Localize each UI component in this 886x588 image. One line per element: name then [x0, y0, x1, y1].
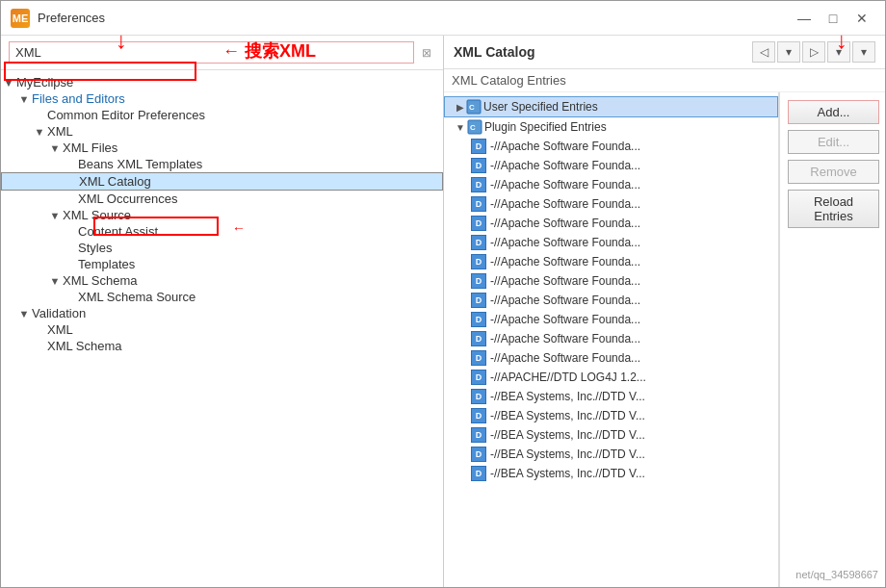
- catalog-label: -//Apache Software Founda...: [490, 140, 640, 153]
- tree-item-xml-catalog[interactable]: XML Catalog: [1, 172, 443, 191]
- tree-label: XML Source: [63, 208, 131, 222]
- maximize-button[interactable]: □: [820, 8, 847, 29]
- nav-back-button[interactable]: ◁: [752, 41, 775, 63]
- tree-expander[interactable]: ▼: [47, 210, 63, 221]
- tree-label: XML Schema Source: [78, 290, 195, 304]
- catalog-item-entry3[interactable]: D -//Apache Software Founda...: [444, 175, 778, 194]
- catalog-item-entry8[interactable]: D -//Apache Software Founda...: [444, 271, 778, 291]
- catalog-label: -//Apache Software Founda...: [490, 313, 640, 326]
- preferences-window: ME Preferences — □ ✕ ⊠ ← 搜索XML ▼: [0, 0, 886, 588]
- tree-label: Templates: [78, 257, 135, 271]
- tree-expander[interactable]: ▼: [47, 142, 63, 154]
- reload-button[interactable]: Reload Entries: [788, 190, 879, 228]
- dtd-icon: D: [471, 331, 486, 346]
- nav-forward-button[interactable]: ▷: [802, 41, 825, 63]
- catalog-buttons: Add... Edit... Remove Reload Entries: [779, 92, 885, 587]
- tree-item-xml[interactable]: ▼ XML: [1, 123, 443, 140]
- tree-label: XML: [47, 124, 73, 139]
- catalog-item-entry1[interactable]: D -//Apache Software Founda...: [444, 137, 778, 156]
- tree-label: XML Files: [63, 141, 117, 155]
- search-input[interactable]: [9, 41, 414, 64]
- catalog-item-entry7[interactable]: D -//Apache Software Founda...: [444, 252, 778, 271]
- edit-button[interactable]: Edit...: [788, 130, 879, 154]
- nav-extra-button[interactable]: ▾: [852, 41, 875, 63]
- catalog-label: -//Apache Software Founda...: [490, 351, 640, 365]
- left-tree[interactable]: ▼ MyEclipse ▼ Files and Editors Common E…: [1, 70, 443, 587]
- catalog-item-entry6[interactable]: D -//Apache Software Founda...: [444, 233, 778, 252]
- tree-label: XML Occurrences: [78, 192, 178, 206]
- dtd-icon: D: [471, 466, 486, 481]
- svg-text:C: C: [470, 123, 476, 132]
- tree-item-beans-xml[interactable]: Beans XML Templates: [1, 156, 443, 172]
- catalog-label: -//BEA Systems, Inc.//DTD V...: [490, 447, 645, 461]
- catalog-item-entry16[interactable]: D -//BEA Systems, Inc.//DTD V...: [444, 425, 778, 445]
- tree-item-xml-schema[interactable]: ▼ XML Schema: [1, 272, 443, 289]
- catalog-label: -//Apache Software Founda...: [490, 178, 640, 192]
- catalog-label: User Specified Entries: [483, 100, 598, 114]
- dtd-icon: D: [471, 273, 486, 289]
- tree-expander[interactable]: ▼: [1, 77, 16, 89]
- tree-item-validation-xml[interactable]: XML: [1, 321, 443, 338]
- svg-text:C: C: [469, 103, 475, 112]
- catalog-item-entry2[interactable]: D -//Apache Software Founda...: [444, 156, 778, 175]
- catalog-item-entry18[interactable]: D -//BEA Systems, Inc.//DTD V...: [444, 464, 778, 483]
- catalog-icon: C: [466, 99, 482, 115]
- close-button[interactable]: ✕: [848, 8, 875, 29]
- catalog-label: Plugin Specified Entries: [484, 120, 607, 134]
- dtd-icon: D: [471, 254, 486, 269]
- search-bar: ⊠: [1, 36, 443, 70]
- minimize-button[interactable]: —: [791, 8, 818, 29]
- catalog-item-entry15[interactable]: D -//BEA Systems, Inc.//DTD V...: [444, 406, 778, 425]
- catalog-item-entry9[interactable]: D -//Apache Software Founda...: [444, 291, 778, 310]
- catalog-item-entry5[interactable]: D -//Apache Software Founda...: [444, 214, 778, 233]
- nav-buttons: ◁ ▾ ▷ ▾ ▾: [752, 41, 875, 63]
- catalog-label: -//Apache Software Founda...: [490, 197, 640, 211]
- tree-label: Common Editor Preferences: [47, 108, 205, 122]
- tree-item-xml-schema-source[interactable]: XML Schema Source: [1, 289, 443, 305]
- tree-item-myeclipse[interactable]: ▼ MyEclipse: [1, 74, 443, 90]
- nav-back-dropdown[interactable]: ▾: [777, 41, 800, 63]
- tree-item-templates[interactable]: Templates: [1, 256, 443, 272]
- catalog-tree[interactable]: ▶ C User Specified Entries ▼ C Plugin Sp…: [444, 92, 779, 587]
- catalog-label: -//BEA Systems, Inc.//DTD V...: [490, 390, 645, 403]
- tree-item-xml-source[interactable]: ▼ XML Source: [1, 207, 443, 223]
- dtd-icon: D: [471, 196, 486, 212]
- add-button[interactable]: Add...: [788, 100, 879, 124]
- dtd-icon: D: [471, 447, 486, 462]
- tree-item-xml-occurrences[interactable]: XML Occurrences: [1, 191, 443, 207]
- tree-item-styles[interactable]: Styles: [1, 240, 443, 256]
- catalog-item-entry13[interactable]: D -//APACHE//DTD LOG4J 1.2...: [444, 368, 778, 387]
- catalog-item-entry12[interactable]: D -//Apache Software Founda...: [444, 348, 778, 368]
- catalog-item-user-specified[interactable]: ▶ C User Specified Entries: [444, 96, 778, 117]
- catalog-item-entry14[interactable]: D -//BEA Systems, Inc.//DTD V...: [444, 387, 778, 406]
- catalog-item-entry4[interactable]: D -//Apache Software Founda...: [444, 194, 778, 214]
- expander-icon: ▼: [456, 122, 465, 133]
- catalog-label: -//Apache Software Founda...: [490, 236, 640, 249]
- catalog-label: -//Apache Software Founda...: [490, 332, 640, 345]
- title-bar: ME Preferences — □ ✕: [1, 1, 885, 36]
- tree-expander[interactable]: ▼: [16, 93, 32, 105]
- remove-button[interactable]: Remove: [788, 160, 879, 184]
- tree-label: Validation: [32, 306, 86, 320]
- catalog-label: -//Apache Software Founda...: [490, 159, 640, 172]
- catalog-header: XML Catalog Entries: [444, 69, 885, 92]
- catalog-item-plugin-specified[interactable]: ▼ C Plugin Specified Entries: [444, 117, 778, 137]
- catalog-item-entry10[interactable]: D -//Apache Software Founda...: [444, 310, 778, 329]
- tree-expander[interactable]: ▼: [32, 126, 47, 138]
- nav-forward-dropdown[interactable]: ▾: [827, 41, 850, 63]
- tree-item-validation-schema[interactable]: XML Schema: [1, 338, 443, 354]
- dtd-icon: D: [471, 293, 486, 308]
- tree-item-common-editor[interactable]: Common Editor Preferences: [1, 107, 443, 123]
- tree-item-xml-files[interactable]: ▼ XML Files: [1, 140, 443, 156]
- tree-item-files-editors[interactable]: ▼ Files and Editors: [1, 90, 443, 107]
- tree-item-validation[interactable]: ▼ Validation: [1, 305, 443, 321]
- tree-label: XML: [47, 322, 73, 337]
- tree-label: XML Catalog: [79, 174, 151, 189]
- catalog-item-entry17[interactable]: D -//BEA Systems, Inc.//DTD V...: [444, 445, 778, 464]
- search-clear-icon[interactable]: ⊠: [418, 44, 435, 62]
- tree-item-content-assist[interactable]: Content Assist: [1, 223, 443, 240]
- tree-expander[interactable]: ▼: [47, 275, 63, 287]
- tree-expander[interactable]: ▼: [16, 308, 32, 320]
- catalog-label: -//Apache Software Founda...: [490, 294, 640, 307]
- catalog-item-entry11[interactable]: D -//Apache Software Founda...: [444, 329, 778, 348]
